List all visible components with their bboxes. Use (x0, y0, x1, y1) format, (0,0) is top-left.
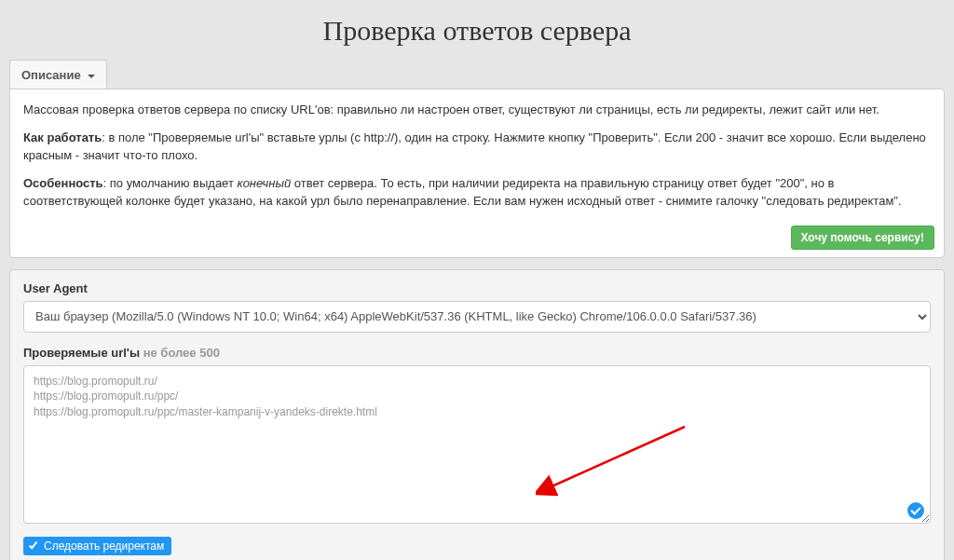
follow-redirects-checkbox[interactable]: Следовать редиректам (23, 537, 171, 555)
user-agent-select[interactable]: Ваш браузер (Mozilla/5.0 (Windows NT 10.… (23, 301, 931, 333)
description-panel: Массовая проверка ответов сервера по спи… (9, 89, 945, 258)
description-paragraph-3: Особенность: по умолчанию выдает конечны… (23, 174, 931, 211)
tabs-bar: Описание (9, 60, 945, 89)
description-paragraph-1: Массовая проверка ответов сервера по спи… (23, 101, 931, 119)
description-p3-em: конечный (238, 176, 292, 190)
urls-label-text: Проверяемые url'ы (23, 346, 140, 360)
urls-label-limit: не более 500 (140, 346, 220, 360)
check-icon (907, 502, 924, 519)
description-p2-rest: : в поле "Проверяемые url'ы" вставьте ур… (23, 130, 926, 163)
description-p2-bold: Как работать (23, 130, 102, 144)
options-row: Следовать редиректам (23, 537, 931, 556)
description-p3-part1: : по умолчанию выдает (103, 176, 238, 190)
follow-redirects-input[interactable] (27, 540, 39, 552)
description-p3-bold: Особенность (23, 176, 103, 190)
urls-textarea[interactable] (23, 365, 931, 524)
form-panel: User Agent Ваш браузер (Mozilla/5.0 (Win… (9, 269, 945, 561)
follow-redirects-label: Следовать редиректам (44, 540, 164, 553)
caret-down-icon (88, 75, 95, 78)
urls-label: Проверяемые url'ы не более 500 (23, 346, 931, 360)
help-button[interactable]: Хочу помочь сервису! (791, 225, 934, 250)
tab-description[interactable]: Описание (9, 60, 107, 89)
user-agent-label: User Agent (23, 281, 931, 295)
page-title: Проверка ответов сервера (9, 15, 945, 47)
tab-description-label: Описание (21, 68, 81, 82)
description-paragraph-2: Как работать: в поле "Проверяемые url'ы"… (23, 129, 931, 165)
